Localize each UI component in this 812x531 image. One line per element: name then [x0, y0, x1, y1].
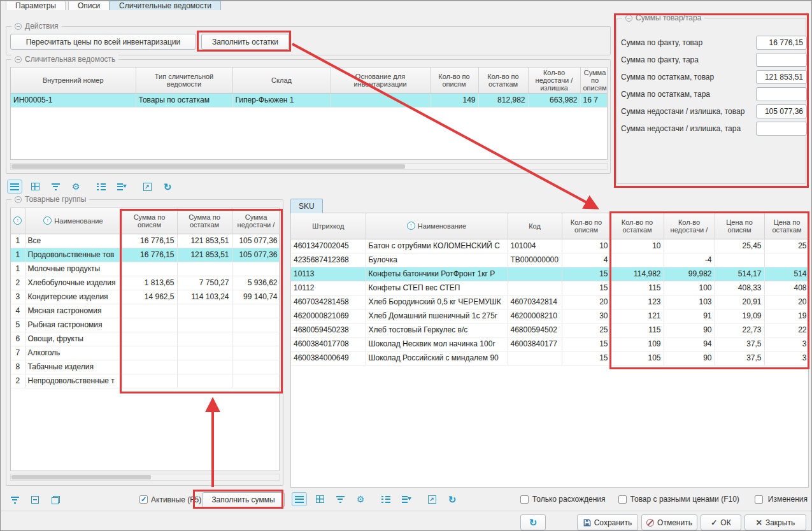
diff-prices-label[interactable]: Товар с разными ценами (F10) [630, 495, 739, 504]
col-header-sku-price-opis[interactable]: Цена по описям [715, 213, 764, 239]
sum-fact-tovar-input[interactable] [756, 36, 807, 50]
col-header-basis[interactable]: Основание для инвентаризации [331, 67, 430, 93]
fill-sums-button[interactable]: Заполнить суммы [202, 492, 285, 507]
save-button[interactable]: Сохранить [577, 514, 638, 530]
col-header-warehouse[interactable]: Склад [232, 67, 331, 93]
collapse-icon[interactable] [15, 56, 22, 63]
col-header-sku-name[interactable]: ↑Наименование [366, 213, 508, 239]
active-groups-checkbox-label[interactable]: Активные (F5) [151, 495, 201, 504]
group-row[interactable]: 8 Табачные изделия [11, 360, 280, 374]
sku-row[interactable]: 4601347002045 Батон с отрубями КОЛОМЕНСК… [291, 239, 809, 253]
group-row[interactable]: 2 Хлебобулочные изделия 1 813,65 7 750,2… [11, 276, 280, 290]
numbered-list-icon[interactable] [94, 180, 109, 194]
col-header-qty-opis[interactable]: Кол-во по описям [430, 67, 478, 93]
refresh-icon[interactable]: ↻ [160, 180, 175, 194]
sku-row[interactable]: 4620000821069 Хлеб Домашний пшеничный 1с… [291, 309, 809, 323]
col-header-qty-ost[interactable]: Кол-во по остаткам [478, 67, 528, 93]
grid-view-icon[interactable] [312, 492, 327, 506]
detail-view-icon[interactable] [7, 180, 22, 194]
sums-groupbox-title: Суммы товар/тара [622, 13, 704, 22]
sum-diff-tovar-input[interactable] [756, 104, 807, 118]
statement-table: Внутренний номер Тип сличительной ведомо… [11, 67, 608, 108]
active-groups-checkbox[interactable]: ✓ [139, 495, 148, 504]
close-button[interactable]: ✕ Закрыть [744, 514, 806, 530]
group-row[interactable]: 7 Алкоголь [11, 346, 280, 360]
detail-view-icon[interactable] [292, 492, 307, 506]
statement-groupbox-title: Сличительная ведомость [11, 55, 118, 64]
numbered-list-icon[interactable] [378, 492, 394, 506]
sku-row[interactable]: 4600384017708 Шоколад Несквик мол начинк… [291, 337, 809, 351]
sku-row[interactable]: 4600384000649 Шоколад Российский с минда… [291, 351, 809, 365]
col-header-sku-qty-diff[interactable]: Кол-во недостачи / [664, 213, 715, 239]
col-header-code[interactable]: Код [508, 213, 562, 239]
actions-groupbox-title: Действия [11, 22, 62, 31]
col-header-qty-diff[interactable]: Кол-во недостачи / излишка [528, 67, 580, 93]
filter-icon[interactable] [7, 493, 22, 507]
sku-row[interactable]: 10113 Конфеты батончики РотФронт 1кг Р 1… [291, 267, 809, 281]
sum-fact-tara-input[interactable] [756, 53, 807, 67]
group-row[interactable]: 1 Продовольственные тов 16 776,15 121 85… [11, 248, 280, 262]
list-settings-icon[interactable] [399, 492, 414, 506]
only-differences-checkbox[interactable] [520, 495, 529, 504]
statement-groupbox: Сличительная ведомость Внутренний номер … [6, 59, 611, 174]
settings-gear-icon[interactable]: ⚙ [353, 492, 368, 506]
group-row[interactable]: 6 Овощи, фрукты [11, 332, 280, 346]
group-row[interactable]: 5 Рыбная гастрономия [11, 318, 280, 332]
refresh-icon[interactable]: ↻ [445, 492, 460, 506]
col-header-group-num[interactable]: ↑ [11, 208, 25, 234]
tab-opisi[interactable]: Описи [68, 1, 110, 10]
recalc-prices-button[interactable]: Пересчитать цены по всей инвентаризации [10, 34, 196, 50]
collapse-all-icon[interactable] [27, 493, 43, 507]
changes-checkbox[interactable] [755, 495, 763, 504]
sku-row[interactable]: 4607034281458 Хлеб Бородинский 0,5 кг ЧЕ… [291, 295, 809, 309]
col-header-sku-qty-ost[interactable]: Кол-во по остаткам [611, 213, 664, 239]
collapse-icon[interactable] [625, 15, 632, 22]
group-row[interactable]: 4 Мясная гастрономия [11, 304, 280, 318]
sum-diff-tara-input[interactable] [756, 122, 807, 136]
sum-ost-tovar-input[interactable] [756, 70, 807, 84]
cascade-windows-icon[interactable] [48, 493, 63, 507]
col-header-group-sum-ost[interactable]: Сумма по остаткам [177, 208, 232, 234]
col-header-group-sum-opis[interactable]: Сумма по описям [122, 208, 177, 234]
sku-row[interactable]: 4235687412368 Булочка ТВ000000000 4 -4 [291, 253, 809, 267]
sum-ost-tara-input[interactable] [756, 87, 807, 101]
col-header-group-name[interactable]: ↑Наименование [25, 208, 122, 234]
diff-prices-checkbox[interactable] [618, 495, 627, 504]
sort-indicator-icon[interactable]: ↑ [407, 222, 415, 230]
filter-icon[interactable] [48, 180, 63, 194]
group-row[interactable]: 3 Кондитерские изделия 14 962,5 114 103,… [11, 290, 280, 304]
group-row[interactable]: 1 Все 16 776,15 121 853,51 105 077,36 [11, 234, 280, 248]
collapse-icon[interactable] [15, 196, 22, 203]
col-header-sku-qty-opis[interactable]: Кол-во по описям [562, 213, 611, 239]
filter-icon[interactable] [332, 492, 348, 506]
collapse-icon[interactable] [15, 23, 22, 30]
grid-view-icon[interactable] [27, 180, 43, 194]
col-header-sku-price-ost[interactable]: Цена по остаткам [764, 213, 809, 239]
sort-indicator-icon[interactable]: ↑ [43, 216, 52, 225]
groups-hscrollbar[interactable] [10, 474, 280, 481]
col-header-statement-type[interactable]: Тип сличительной ведомости [136, 67, 232, 93]
tab-slichitelnye-vedomosti[interactable]: Сличительные ведомости [110, 1, 221, 10]
fill-remainders-button[interactable]: Заполнить остатки [201, 34, 289, 50]
open-window-icon[interactable]: ↗ [139, 180, 155, 194]
statement-hscrollbar[interactable] [10, 163, 608, 170]
tab-parameters[interactable]: Параметры [6, 1, 66, 10]
only-differences-label[interactable]: Только расхождения [532, 495, 606, 504]
sort-indicator-icon[interactable]: ↑ [13, 216, 22, 225]
tab-sku[interactable]: SKU [290, 199, 323, 213]
statement-row[interactable]: ИН00005-1 Товары по остаткам Гипер-Фьюже… [11, 93, 608, 107]
group-row[interactable]: 1 Молочные продукты [11, 262, 280, 276]
ok-button[interactable]: ✓ ОК [701, 514, 741, 530]
refresh-button[interactable]: ↻ [520, 514, 546, 530]
col-header-sum-opis[interactable]: Сумма по описям [580, 67, 608, 93]
sku-row[interactable]: 4680059450238 Хлеб тостовый Геркулес в/с… [291, 323, 809, 337]
col-header-internal-number[interactable]: Внутренний номер [11, 67, 136, 93]
group-row[interactable]: 2 Непродовольственные т [11, 374, 280, 388]
settings-gear-icon[interactable]: ⚙ [68, 180, 83, 194]
open-window-icon[interactable]: ↗ [424, 492, 439, 506]
list-settings-icon[interactable] [114, 180, 129, 194]
col-header-group-sum-diff[interactable]: Сумма недостачи / [232, 208, 280, 234]
cancel-button[interactable]: Отменить [641, 514, 697, 530]
sku-row[interactable]: 10112 Конфеты СТЕП вес СТЕП 15 115 100 4… [291, 281, 809, 295]
col-header-barcode[interactable]: Штрихкод [291, 213, 366, 239]
